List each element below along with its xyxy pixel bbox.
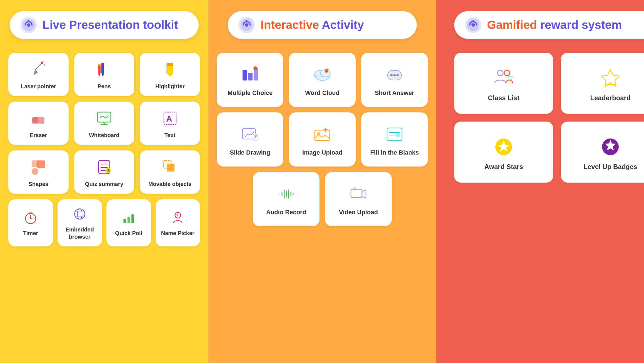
interactive-activity-header: Interactive Activity xyxy=(228,11,417,39)
activity-word-cloud[interactable]: Word Cloud xyxy=(289,53,356,107)
svg-marker-15 xyxy=(167,73,173,77)
svg-point-6 xyxy=(43,61,44,62)
reward-grid: Class List Leaderboard Award Stars xyxy=(454,53,644,183)
tool-text[interactable]: A Text xyxy=(140,102,200,145)
leaderboard-icon xyxy=(599,67,621,89)
pens-label: Pens xyxy=(98,83,111,90)
activity-fill-blanks[interactable]: Fill in the Blanks xyxy=(361,112,428,167)
svg-text:A: A xyxy=(166,114,172,123)
tool-quick-poll[interactable]: Quick Poll xyxy=(106,199,151,246)
svg-text:?: ? xyxy=(176,213,178,217)
svg-rect-26 xyxy=(32,160,38,167)
svg-rect-25 xyxy=(37,160,45,168)
svg-rect-55 xyxy=(248,73,253,80)
text-icon: A xyxy=(161,109,179,127)
image-upload-icon xyxy=(313,125,332,144)
svg-point-66 xyxy=(393,74,396,76)
svg-point-67 xyxy=(396,74,399,76)
tool-shapes[interactable]: Shapes xyxy=(8,150,69,194)
class-list-icon xyxy=(493,67,515,89)
audio-record-label: Audio Record xyxy=(266,209,306,216)
svg-rect-35 xyxy=(167,164,174,172)
live-presentation-title: Live Presentation toolkit xyxy=(43,18,178,32)
svg-rect-16 xyxy=(166,63,167,74)
embedded-browser-label: Embedded browser xyxy=(60,226,99,240)
word-cloud-icon xyxy=(313,65,332,84)
laser-pointer-label: Laser pointer xyxy=(21,83,56,90)
text-label: Text xyxy=(164,132,176,139)
svg-point-27 xyxy=(32,168,38,175)
svg-line-38 xyxy=(31,218,33,219)
tool-name-picker[interactable]: ? Name Picker xyxy=(156,199,200,246)
activity-row-1: Multiple Choice Word Cloud xyxy=(217,53,428,107)
coral-panel: Gamified reward system Class List xyxy=(436,0,644,363)
timer-label: Timer xyxy=(23,230,38,237)
activity-image-upload[interactable]: Image Upload xyxy=(289,112,356,167)
tool-whiteboard[interactable]: Whiteboard xyxy=(74,102,134,145)
tool-movable-objects[interactable]: Movable objects xyxy=(140,150,200,194)
fill-blanks-icon xyxy=(385,125,404,144)
svg-rect-18 xyxy=(32,117,38,123)
activity-audio-record[interactable]: Audio Record xyxy=(253,172,319,226)
bottom-tools-grid: Timer Embedded browser xyxy=(8,199,200,246)
video-upload-icon xyxy=(349,184,368,204)
svg-rect-46 xyxy=(128,217,130,223)
gamified-reward-header: Gamified reward system xyxy=(454,11,644,39)
laser-pointer-icon xyxy=(29,60,47,78)
activity-slide-drawing[interactable]: Slide Drawing xyxy=(217,112,283,167)
word-cloud-label: Word Cloud xyxy=(305,89,340,97)
svg-marker-87 xyxy=(362,190,366,198)
svg-point-62 xyxy=(326,68,329,70)
fill-blanks-label: Fill in the Blanks xyxy=(370,149,419,156)
reward-leaderboard[interactable]: Leaderboard xyxy=(561,53,644,114)
award-stars-icon xyxy=(493,136,515,158)
svg-rect-12 xyxy=(98,64,101,66)
svg-point-92 xyxy=(471,23,475,27)
level-up-badges-label: Level Up Badges xyxy=(583,163,637,171)
slide-drawing-icon xyxy=(240,125,260,144)
activity-video-upload[interactable]: Video Upload xyxy=(325,172,392,226)
tool-laser-pointer[interactable]: Laser pointer xyxy=(8,53,69,96)
svg-point-57 xyxy=(253,66,257,70)
highlighter-icon xyxy=(161,60,179,78)
interactive-activity-title: Interactive Activity xyxy=(261,18,364,32)
svg-point-65 xyxy=(390,74,393,76)
svg-point-95 xyxy=(504,70,510,76)
whiteboard-icon xyxy=(95,109,113,127)
video-upload-label: Video Upload xyxy=(339,209,378,216)
reward-level-up-badges[interactable]: Level Up Badges xyxy=(561,122,644,183)
tools-grid: Laser pointer Pens xyxy=(8,53,200,194)
quick-poll-label: Quick Poll xyxy=(115,230,142,237)
quiz-summary-icon: ★ xyxy=(95,158,113,176)
tool-eraser[interactable]: Eraser xyxy=(8,102,69,145)
svg-rect-54 xyxy=(243,70,247,80)
reward-class-list[interactable]: Class List xyxy=(454,53,553,114)
pens-icon xyxy=(95,60,113,78)
tool-embedded-browser[interactable]: Embedded browser xyxy=(58,199,102,246)
tool-pens[interactable]: Pens xyxy=(74,53,134,96)
short-answer-label: Short Answer xyxy=(375,89,414,97)
tool-timer[interactable]: Timer xyxy=(8,199,53,246)
shapes-label: Shapes xyxy=(29,180,48,188)
eraser-icon xyxy=(29,109,47,127)
tool-highlighter[interactable]: Highlighter xyxy=(140,53,200,96)
gamified-reward-title: Gamified reward system xyxy=(487,18,622,32)
svg-point-63 xyxy=(325,69,326,70)
svg-marker-11 xyxy=(98,74,101,77)
tool-quiz-summary[interactable]: ★ Quiz summary xyxy=(74,150,134,194)
shapes-icon xyxy=(29,158,47,176)
activity-short-answer[interactable]: Short Answer xyxy=(361,53,428,107)
activity-multiple-choice[interactable]: Multiple Choice xyxy=(217,53,283,107)
svg-rect-14 xyxy=(167,63,173,66)
reward-award-stars[interactable]: Award Stars xyxy=(454,122,553,183)
level-up-badges-icon xyxy=(599,136,621,158)
short-answer-icon xyxy=(385,65,404,84)
classpoint-icon xyxy=(20,16,38,34)
award-stars-label: Award Stars xyxy=(484,163,523,171)
image-upload-label: Image Upload xyxy=(302,149,342,156)
live-presentation-header: Live Presentation toolkit xyxy=(10,11,199,39)
whiteboard-label: Whiteboard xyxy=(89,132,119,139)
svg-text:★: ★ xyxy=(107,168,110,173)
slide-drawing-label: Slide Drawing xyxy=(230,149,270,156)
class-list-label: Class List xyxy=(488,94,519,102)
